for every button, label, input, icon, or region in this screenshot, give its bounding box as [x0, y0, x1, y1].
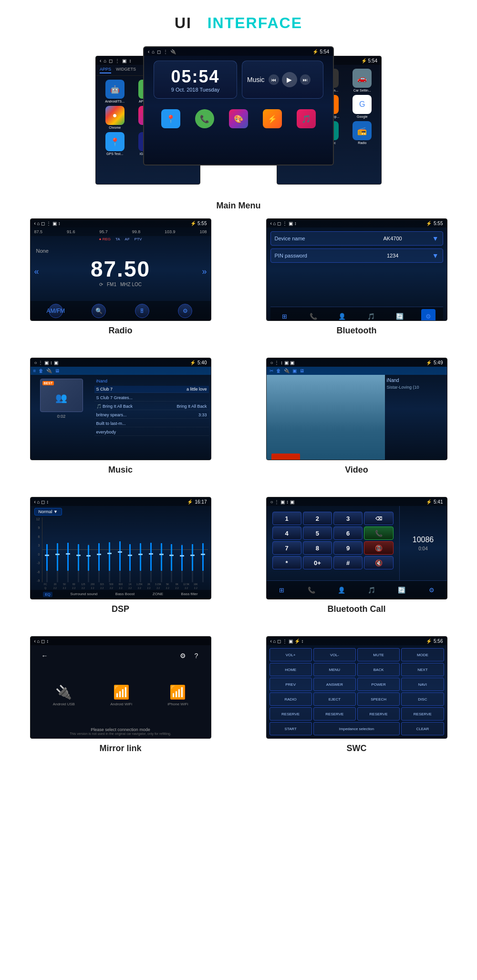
radio-screen: ‹ ⌂ ◻ ⋮ ▣ ↕ ⚡ 5:55 87.5 91.6 95.7 99.8 1… [30, 218, 211, 321]
clock-widget: 05:54 9 Oct. 2018 Tuesday [154, 61, 237, 99]
bt-bottom-bar: ⊞ 📞 👤 🎵 🔄 ⚙ [270, 307, 443, 321]
btcall-keypad: 1 2 3 ⌫ 4 5 6 📞 7 8 9 📵 * [270, 509, 396, 572]
key-9[interactable]: 9 [333, 541, 363, 555]
swc-prev[interactable]: PREV [270, 678, 312, 691]
swc-eject[interactable]: EJECT [313, 692, 356, 706]
btcall-icon-phone[interactable]: 📞 [304, 583, 319, 597]
bt-icon-settings[interactable]: ⚙ [421, 309, 436, 321]
call-number: 10086 [413, 536, 434, 544]
mirrorlink-screen: ‹ ⌂ ◻ ↕ ← ⚙ ? 🔌 Android USB [30, 636, 211, 739]
track-4: britney spears... 3:33 [94, 412, 209, 419]
bt-icon-phone[interactable]: 📞 [306, 309, 321, 321]
bt-pin-row: PIN password 1234 ▼ [270, 248, 443, 263]
mirror-message: Please select connection mode This versi… [31, 724, 211, 738]
swc-start[interactable]: START [270, 722, 312, 735]
dsp-zone-tab[interactable]: ZONE [153, 592, 163, 597]
title-ui: UI [175, 14, 192, 31]
radio-cell: ‹ ⌂ ◻ ⋮ ▣ ↕ ⚡ 5:55 87.5 91.6 95.7 99.8 1… [10, 218, 231, 343]
key-call[interactable]: 📞 [364, 526, 393, 540]
dsp-normal-btn[interactable]: Normal ▼ [34, 508, 62, 516]
swc-power[interactable]: POWER [357, 678, 400, 691]
swc-vol-plus[interactable]: VOL+ [270, 648, 312, 661]
btcall-icon-audio[interactable]: 🎵 [364, 583, 379, 597]
swc-reserve-2[interactable]: RESERVE [313, 707, 356, 721]
btcall-icon-sync[interactable]: 🔄 [394, 583, 409, 597]
bt-icon-sync[interactable]: 🔄 [393, 309, 407, 321]
radio-label: Radio [108, 326, 132, 336]
music-time: 0:02 [57, 414, 66, 419]
swc-vol-minus[interactable]: VOL- [313, 648, 356, 661]
swc-impedance[interactable]: Impedance selection [313, 722, 400, 735]
clock-display: 05:54 [171, 67, 219, 87]
dsp-cell: ‹ ⌂ ◻ ↕ ⚡ 16:17 Normal ▼ 12 9 6 3 0 [10, 497, 231, 622]
bt-icon-contacts[interactable]: 👤 [335, 309, 349, 321]
swc-back[interactable]: BACK [357, 663, 400, 676]
key-2[interactable]: 2 [303, 512, 332, 525]
key-7[interactable]: 7 [272, 541, 301, 555]
radio-settings-btn[interactable]: ⚙ [178, 304, 192, 318]
key-endcall[interactable]: 📵 [364, 541, 393, 555]
key-4[interactable]: 4 [272, 526, 301, 540]
btcall-icon-settings[interactable]: ⚙ [425, 583, 439, 597]
swc-cell: ‹ ⌂ ◻ ⋮ ▣ ⚡ ↕ ⚡ 5:56 VOL+ VOL- MUTE MODE… [246, 636, 467, 761]
swc-disc[interactable]: DISC [401, 692, 444, 706]
key-star[interactable]: * [272, 556, 301, 569]
mirror-android-wifi: 📶 Android WiFi [110, 684, 132, 706]
key-6[interactable]: 6 [333, 526, 363, 540]
call-info: 10086 0:04 [399, 506, 447, 580]
track-3: 🎵 Bring It All Back Bring It All Back [94, 403, 209, 410]
music-widget: Music ⏮ ▶ ⏭ [242, 61, 323, 99]
title-interface: INTERFACE [207, 14, 302, 31]
music-screen: ○ ⋮ ▣ ↕ ▣ ⚡ 5:40 ≡ 🗑 🔌 🖥 BEST 👥 [30, 358, 211, 460]
mirror-settings-icon[interactable]: ⚙ [176, 649, 190, 662]
swc-reserve-3[interactable]: RESERVE [357, 707, 400, 721]
bt-icon-audio[interactable]: 🎵 [364, 309, 378, 321]
key-3[interactable]: 3 [333, 512, 363, 525]
dsp-eq-tab[interactable]: EQ [43, 592, 52, 597]
track-1: S Club 7 a little love [94, 386, 209, 393]
btcall-icon-contacts[interactable]: 👤 [334, 583, 349, 597]
btcall-icon-grid[interactable]: ⊞ [274, 583, 289, 597]
video-cell: ○ ⋮ ↕ ▣ ▣ ⚡ 5:49 ✂ 🗑 🔌 ▣ 🖥 [246, 358, 467, 483]
app-icon-google: G Google [347, 95, 377, 118]
key-1[interactable]: 1 [272, 512, 301, 525]
swc-next[interactable]: NEXT [401, 663, 444, 676]
key-5[interactable]: 5 [303, 526, 332, 540]
key-8[interactable]: 8 [303, 541, 332, 555]
swc-mute[interactable]: MUTE [357, 648, 400, 661]
swc-home[interactable]: HOME [270, 663, 312, 676]
video-label: Video [345, 465, 368, 475]
radio-amfm-btn[interactable]: AM/FM [49, 304, 63, 318]
dsp-screen: ‹ ⌂ ◻ ↕ ⚡ 16:17 Normal ▼ 12 9 6 3 0 [30, 497, 211, 599]
bt-icon-grid[interactable]: ⊞ [278, 309, 292, 321]
radio-search-btn[interactable]: 🔍 [92, 304, 106, 318]
app-icon-carsettings: 🚗 Car Settin... [347, 69, 377, 92]
music-label: Music [108, 465, 133, 475]
key-del[interactable]: ⌫ [364, 512, 393, 525]
screenshots-grid: ‹ ⌂ ◻ ⋮ ▣ ↕ ⚡ 5:55 87.5 91.6 95.7 99.8 1… [10, 218, 467, 761]
swc-mode[interactable]: MODE [401, 648, 444, 661]
clock-date: 9 Oct. 2018 Tuesday [171, 87, 220, 93]
swc-screen: ‹ ⌂ ◻ ⋮ ▣ ⚡ ↕ ⚡ 5:56 VOL+ VOL- MUTE MODE… [266, 636, 447, 739]
mirror-back-icon: ← [38, 649, 52, 662]
swc-answer[interactable]: ANSWER [313, 678, 356, 691]
swc-reserve-4[interactable]: RESERVE [401, 707, 444, 721]
key-mute[interactable]: 🔇 [364, 556, 393, 569]
call-duration: 0:04 [418, 546, 427, 551]
swc-clear[interactable]: CLEAR [401, 722, 444, 735]
swc-navi[interactable]: NAVI [401, 678, 444, 691]
swc-speech[interactable]: SPEECH [357, 692, 400, 706]
mirror-help-icon[interactable]: ? [190, 649, 203, 662]
swc-reserve-1[interactable]: RESERVE [270, 707, 312, 721]
swc-menu[interactable]: MENU [313, 663, 356, 676]
app-icon-gps: 📍 GPS Test... [100, 132, 130, 155]
dsp-surround-tab[interactable]: Surround sound [70, 592, 97, 597]
dsp-bassfilter-tab[interactable]: Bass filter [181, 592, 198, 597]
swc-radio[interactable]: RADIO [270, 692, 312, 706]
radio-frequency: 87.50 [91, 256, 150, 282]
dsp-bassboost-tab[interactable]: Bass Boost [115, 592, 135, 597]
key-hash[interactable]: # [333, 556, 363, 569]
app-icon-chrome: ● Chrome [100, 106, 130, 129]
key-0[interactable]: 0+ [303, 556, 332, 569]
radio-eq-btn[interactable]: 🎚 [135, 304, 149, 318]
